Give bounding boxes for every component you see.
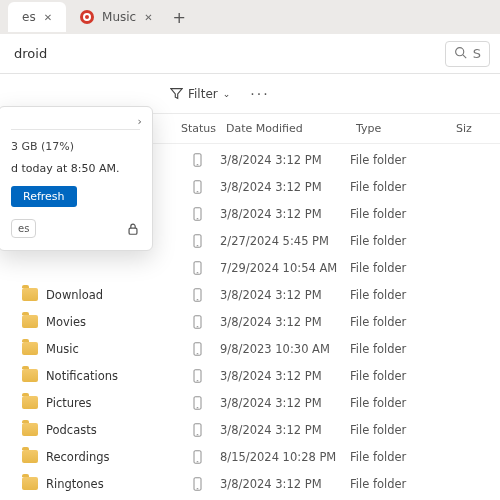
close-icon[interactable]: ✕ — [44, 12, 52, 23]
col-status[interactable]: Status — [175, 122, 220, 135]
item-name: Ringtones — [46, 477, 104, 491]
folder-icon — [22, 477, 38, 490]
folder-icon — [22, 342, 38, 355]
item-type: File folder — [350, 342, 450, 356]
item-type: File folder — [350, 207, 450, 221]
item-type: File folder — [350, 261, 450, 275]
lock-icon[interactable] — [126, 222, 140, 236]
status-icon — [175, 153, 220, 167]
folder-icon — [22, 315, 38, 328]
tab-1-title: es — [22, 10, 36, 24]
table-row[interactable]: Ringtones3/8/2024 3:12 PMFile folder — [0, 470, 500, 497]
status-icon — [175, 315, 220, 329]
folder-icon — [22, 288, 38, 301]
status-icon — [175, 261, 220, 275]
status-icon — [175, 207, 220, 221]
sync-status-text: d today at 8:50 AM. — [11, 161, 140, 176]
new-tab-button[interactable]: + — [173, 8, 186, 27]
breadcrumb-path[interactable]: droid — [10, 46, 435, 61]
item-date: 3/8/2024 3:12 PM — [220, 180, 350, 194]
chevron-down-icon: ⌄ — [223, 89, 231, 99]
more-button[interactable]: ··· — [250, 86, 269, 102]
status-icon — [175, 450, 220, 464]
col-date[interactable]: Date Modified — [220, 122, 350, 135]
item-type: File folder — [350, 396, 450, 410]
filter-button[interactable]: Filter ⌄ — [170, 87, 230, 101]
item-date: 9/8/2023 10:30 AM — [220, 342, 350, 356]
item-date: 3/8/2024 3:12 PM — [220, 477, 350, 491]
status-icon — [175, 423, 220, 437]
table-row[interactable]: Download3/8/2024 3:12 PMFile folder — [0, 281, 500, 308]
table-row[interactable]: Pictures3/8/2024 3:12 PMFile folder — [0, 389, 500, 416]
search-input[interactable]: S — [445, 41, 490, 67]
status-icon — [175, 234, 220, 248]
chevron-right-icon[interactable]: › — [138, 115, 142, 128]
item-date: 3/8/2024 3:12 PM — [220, 153, 350, 167]
table-row[interactable]: Notifications3/8/2024 3:12 PMFile folder — [0, 362, 500, 389]
table-row[interactable]: Movies3/8/2024 3:12 PMFile folder — [0, 308, 500, 335]
item-type: File folder — [350, 288, 450, 302]
tab-1[interactable]: es ✕ — [8, 2, 66, 32]
folder-icon — [22, 396, 38, 409]
status-icon — [175, 288, 220, 302]
item-date: 8/15/2024 10:28 PM — [220, 450, 350, 464]
filter-label: Filter — [188, 87, 218, 101]
search-text: S — [473, 46, 481, 61]
item-date: 3/8/2024 3:12 PM — [220, 207, 350, 221]
status-icon — [175, 180, 220, 194]
item-date: 3/8/2024 3:12 PM — [220, 396, 350, 410]
item-name: Notifications — [46, 369, 118, 383]
tab-2[interactable]: Music ✕ — [66, 2, 167, 32]
item-type: File folder — [350, 369, 450, 383]
storage-text: 3 GB (17%) — [11, 140, 140, 153]
search-icon — [454, 46, 467, 62]
tab-2-title: Music — [102, 10, 136, 24]
svg-point-0 — [455, 47, 463, 55]
item-date: 2/27/2024 5:45 PM — [220, 234, 350, 248]
status-icon — [175, 369, 220, 383]
folder-icon — [22, 450, 38, 463]
table-row[interactable]: Recordings8/15/2024 10:28 PMFile folder — [0, 443, 500, 470]
item-type: File folder — [350, 180, 450, 194]
status-icon — [175, 477, 220, 491]
tab-strip: es ✕ Music ✕ + — [0, 0, 500, 34]
music-favicon-icon — [80, 10, 94, 24]
status-icon — [175, 342, 220, 356]
item-type: File folder — [350, 315, 450, 329]
storage-flyout: › 3 GB (17%) d today at 8:50 AM. Refresh… — [0, 106, 153, 251]
refresh-button[interactable]: Refresh — [11, 186, 77, 207]
item-date: 3/8/2024 3:12 PM — [220, 315, 350, 329]
item-type: File folder — [350, 423, 450, 437]
flyout-pill[interactable]: es — [11, 219, 36, 238]
folder-icon — [22, 369, 38, 382]
folder-icon — [22, 423, 38, 436]
item-name: Movies — [46, 315, 86, 329]
item-date: 3/8/2024 3:12 PM — [220, 288, 350, 302]
table-row[interactable]: Music9/8/2023 10:30 AMFile folder — [0, 335, 500, 362]
item-name: Pictures — [46, 396, 92, 410]
item-date: 3/8/2024 3:12 PM — [220, 423, 350, 437]
table-row[interactable]: Podcasts3/8/2024 3:12 PMFile folder — [0, 416, 500, 443]
item-date: 3/8/2024 3:12 PM — [220, 369, 350, 383]
toolbar: › 3 GB (17%) d today at 8:50 AM. Refresh… — [0, 74, 500, 114]
item-date: 7/29/2024 10:54 AM — [220, 261, 350, 275]
item-name: Download — [46, 288, 103, 302]
col-type[interactable]: Type — [350, 122, 450, 135]
item-name: Recordings — [46, 450, 110, 464]
status-icon — [175, 396, 220, 410]
close-icon[interactable]: ✕ — [144, 12, 152, 23]
col-size[interactable]: Siz — [450, 122, 500, 135]
svg-line-1 — [463, 54, 466, 57]
item-type: File folder — [350, 450, 450, 464]
item-type: File folder — [350, 153, 450, 167]
address-bar: droid S — [0, 34, 500, 74]
item-name: Music — [46, 342, 79, 356]
item-type: File folder — [350, 234, 450, 248]
table-row[interactable]: —7/29/2024 10:54 AMFile folder — [0, 254, 500, 281]
svg-rect-2 — [129, 228, 137, 234]
item-name: Podcasts — [46, 423, 97, 437]
item-type: File folder — [350, 477, 450, 491]
